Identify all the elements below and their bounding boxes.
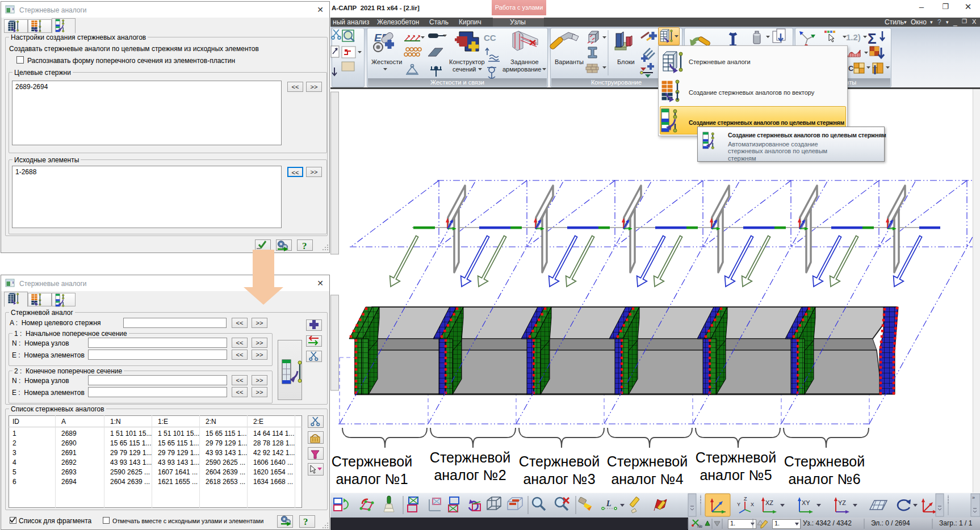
svg-text:1.2): 1.2) xyxy=(846,32,861,42)
svg-text:Блоки: Блоки xyxy=(617,58,635,65)
svg-text:?: ? xyxy=(302,241,307,251)
svg-text:Σ: Σ xyxy=(868,30,877,47)
svg-text:Z: Z xyxy=(744,496,747,502)
svg-text:XZ: XZ xyxy=(765,499,773,506)
svg-text:Заданное: Заданное xyxy=(510,58,539,65)
svg-text:№: № xyxy=(697,524,702,529)
svg-text:?: ? xyxy=(303,516,308,527)
svg-text:L: L xyxy=(606,499,612,508)
svg-text:C: C xyxy=(848,64,854,73)
svg-text:сечений: сечений xyxy=(453,66,476,73)
svg-text:»: » xyxy=(972,495,975,500)
svg-text:Варианты: Варианты xyxy=(555,58,584,65)
svg-text:CC: CC xyxy=(484,33,496,43)
svg-text:XY: XY xyxy=(802,499,810,506)
svg-text:Конструктор: Конструктор xyxy=(449,58,485,65)
svg-text:YZ: YZ xyxy=(838,499,846,506)
svg-text:армирование: армирование xyxy=(502,66,541,73)
svg-text:Y: Y xyxy=(737,502,740,507)
svg-text:X: X xyxy=(751,502,754,507)
svg-text:Жесткости: Жесткости xyxy=(371,58,402,65)
